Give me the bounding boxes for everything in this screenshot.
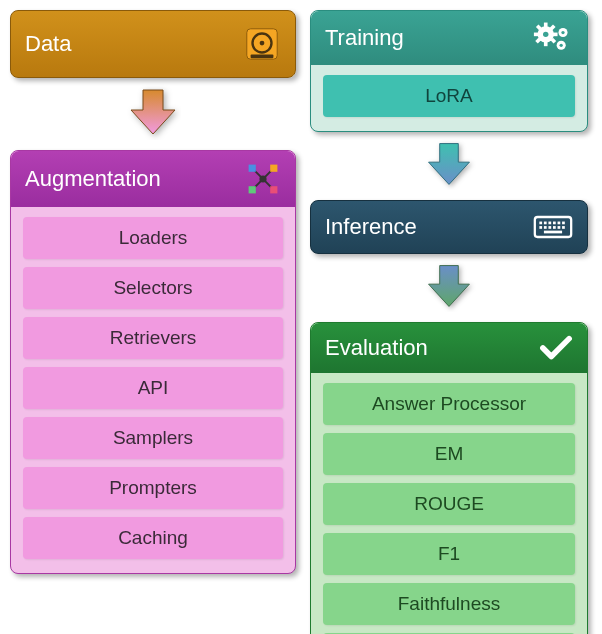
svg-rect-12 [270, 186, 277, 193]
svg-rect-10 [270, 165, 277, 172]
svg-rect-33 [562, 222, 565, 225]
svg-rect-18 [552, 33, 557, 37]
svg-rect-35 [544, 226, 547, 229]
training-panel: Training [310, 10, 588, 132]
augmentation-panel: Augmentation Loaders Selectors Retriever… [10, 150, 296, 574]
svg-point-2 [260, 41, 265, 46]
svg-point-26 [560, 44, 563, 47]
svg-rect-28 [539, 222, 542, 225]
list-item: Answer Processor [323, 383, 575, 425]
hard-drive-icon [243, 25, 281, 63]
data-header: Data [10, 10, 296, 78]
svg-rect-39 [562, 226, 565, 229]
svg-point-14 [543, 32, 548, 37]
inference-header: Inference [310, 200, 588, 254]
svg-rect-31 [553, 222, 556, 225]
evaluation-header: Evaluation [311, 323, 587, 373]
svg-rect-9 [249, 165, 256, 172]
list-item: EM [323, 433, 575, 475]
inference-panel: Inference [310, 200, 588, 254]
data-panel: Data [10, 10, 296, 78]
nodes-icon [245, 161, 281, 197]
arrow-inference-to-evaluation [421, 260, 477, 316]
evaluation-title: Evaluation [325, 335, 428, 361]
arrow-data-to-augmentation [125, 84, 181, 144]
list-item: Retrievers [23, 317, 283, 359]
keyboard-icon [533, 213, 573, 241]
training-body: LoRA [311, 65, 587, 131]
evaluation-body: Answer Processor EM ROUGE F1 Faithfulnes… [311, 373, 587, 634]
checkmark-icon [539, 333, 573, 363]
data-title: Data [25, 31, 71, 57]
svg-rect-17 [534, 33, 539, 37]
svg-rect-3 [251, 54, 274, 58]
list-item: Prompters [23, 467, 283, 509]
svg-rect-16 [544, 41, 548, 46]
svg-point-24 [561, 31, 564, 34]
list-item: Samplers [23, 417, 283, 459]
list-item: LoRA [323, 75, 575, 117]
svg-point-8 [259, 175, 266, 182]
inference-title: Inference [325, 214, 417, 240]
svg-rect-11 [249, 186, 256, 193]
training-title: Training [325, 25, 404, 51]
svg-rect-29 [544, 222, 547, 225]
svg-rect-34 [539, 226, 542, 229]
gears-icon [533, 21, 573, 55]
augmentation-header: Augmentation [11, 151, 295, 207]
svg-rect-30 [548, 222, 551, 225]
training-header: Training [311, 11, 587, 65]
evaluation-panel: Evaluation Answer Processor EM ROUGE F1 … [310, 322, 588, 634]
list-item: Faithfulness [323, 583, 575, 625]
list-item: ROUGE [323, 483, 575, 525]
list-item: Selectors [23, 267, 283, 309]
svg-rect-36 [548, 226, 551, 229]
svg-rect-37 [553, 226, 556, 229]
list-item: F1 [323, 533, 575, 575]
list-item: Caching [23, 517, 283, 559]
list-item: API [23, 367, 283, 409]
svg-rect-38 [558, 226, 561, 229]
svg-rect-40 [544, 231, 562, 234]
svg-rect-15 [544, 23, 548, 28]
list-item: Loaders [23, 217, 283, 259]
augmentation-title: Augmentation [25, 166, 161, 192]
svg-rect-32 [558, 222, 561, 225]
arrow-training-to-inference [421, 138, 477, 194]
augmentation-body: Loaders Selectors Retrievers API Sampler… [11, 207, 295, 573]
